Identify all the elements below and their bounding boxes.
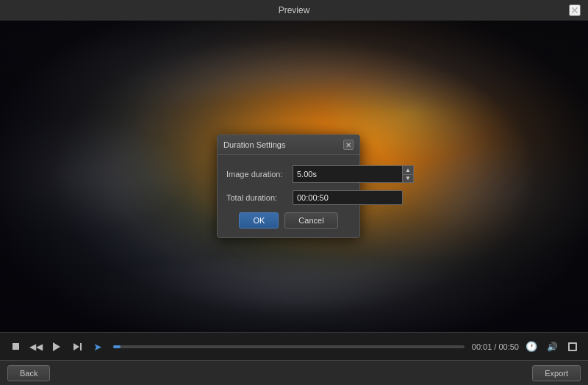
- fullscreen-button[interactable]: [564, 339, 581, 355]
- controls-bar: ◀◀ ➤ 00:01 / 00:50 🕐 🔊: [0, 332, 588, 360]
- nav-arrow-button[interactable]: ➤: [90, 339, 106, 355]
- ok-button[interactable]: OK: [239, 212, 279, 229]
- play-button[interactable]: [49, 339, 65, 355]
- volume-button[interactable]: 🔊: [544, 339, 560, 355]
- dialog-title: Duration Settings: [223, 140, 285, 149]
- back-button[interactable]: Back: [7, 365, 50, 381]
- close-icon: ✕: [570, 4, 579, 16]
- window-title: Preview: [19, 5, 569, 15]
- dialog-title-bar: Duration Settings ✕: [218, 135, 359, 155]
- clock-icon: 🕐: [526, 341, 537, 352]
- total-duration-row: Total duration:: [226, 190, 351, 205]
- close-window-button[interactable]: ✕: [569, 4, 581, 16]
- image-duration-label: Image duration:: [226, 170, 293, 179]
- time-display: 00:01 / 00:50: [472, 342, 519, 351]
- spinner-up-button[interactable]: ▲: [403, 166, 413, 174]
- total-duration-input[interactable]: [293, 190, 403, 205]
- footer-bar: Back Export: [0, 360, 588, 385]
- spinner-down-button[interactable]: ▼: [403, 174, 413, 182]
- dialog-buttons: OK Cancel: [226, 212, 351, 229]
- title-bar: Preview ✕: [0, 0, 588, 21]
- play-icon: [53, 342, 60, 351]
- image-duration-row: Image duration: ▲ ▼: [226, 165, 351, 183]
- back-to-start-button[interactable]: ◀◀: [28, 339, 44, 355]
- nav-arrow-icon: ➤: [93, 341, 102, 353]
- stop-icon: [12, 343, 19, 350]
- dialog-close-button[interactable]: ✕: [343, 140, 354, 150]
- skip-forward-button[interactable]: [69, 339, 85, 355]
- dialog-content: Image duration: ▲ ▼ Total duration: OK C…: [218, 155, 359, 237]
- image-duration-input[interactable]: [293, 165, 402, 183]
- spinner-buttons: ▲ ▼: [402, 165, 414, 183]
- progress-fill: [113, 345, 121, 348]
- export-button[interactable]: Export: [532, 365, 581, 381]
- preview-area: Duration Settings ✕ Image duration: ▲ ▼ …: [0, 21, 588, 332]
- progress-bar[interactable]: [113, 345, 465, 348]
- cancel-button[interactable]: Cancel: [284, 212, 337, 229]
- total-duration-label: Total duration:: [226, 193, 293, 202]
- duration-settings-dialog: Duration Settings ✕ Image duration: ▲ ▼ …: [217, 134, 360, 238]
- skip-forward-icon: [74, 343, 82, 350]
- back-to-start-icon: ◀◀: [29, 342, 43, 352]
- dialog-close-icon: ✕: [345, 141, 351, 149]
- settings-button[interactable]: 🕐: [523, 339, 539, 355]
- stop-button[interactable]: [7, 339, 24, 355]
- fullscreen-icon: [568, 342, 577, 351]
- volume-icon: 🔊: [547, 342, 558, 352]
- image-duration-spinner: ▲ ▼: [293, 165, 414, 183]
